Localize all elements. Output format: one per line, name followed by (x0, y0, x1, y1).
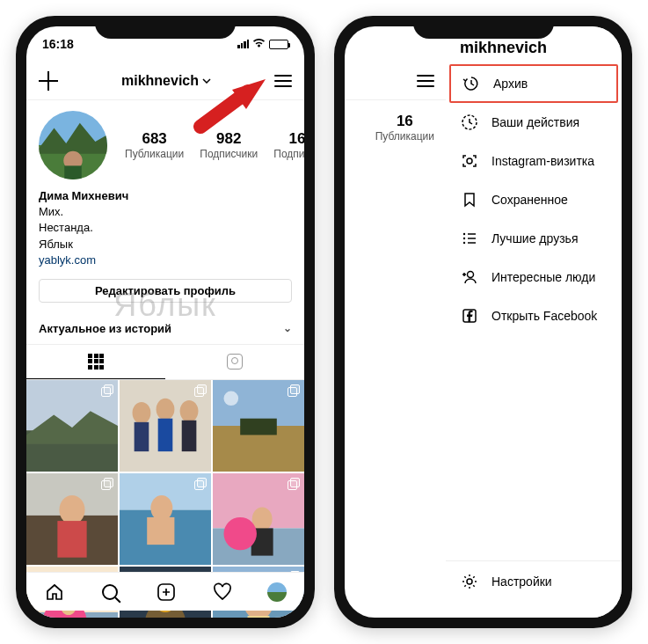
svg-point-10 (157, 399, 175, 421)
stat-followers[interactable]: 982 Подписчики (200, 130, 258, 160)
list-icon (460, 229, 479, 248)
phone-left: 16:18 mikhnevich (16, 16, 315, 628)
profile-section: 683 Публикации 982 Подписчики 16 Подписк… (26, 100, 304, 313)
grid-icon (88, 354, 104, 370)
multi-icon (194, 384, 207, 397)
nav-search-icon[interactable] (99, 582, 120, 603)
svg-rect-4 (64, 165, 82, 179)
bookmark-icon (460, 190, 479, 209)
nametag-icon (460, 151, 479, 171)
menu-item-facebook[interactable]: Открыть Facebook (446, 296, 622, 335)
wifi-icon (252, 38, 266, 51)
username-dropdown[interactable]: mikhnevich (121, 73, 211, 89)
menu-item-saved[interactable]: Сохраненное (446, 180, 622, 219)
svg-point-20 (59, 495, 84, 524)
clock: 16:18 (42, 37, 74, 51)
multi-icon (288, 384, 300, 397)
dimmed-profile: 16 Публикации (345, 62, 447, 143)
photo-cell[interactable] (26, 380, 118, 472)
profile-tabs (26, 345, 304, 380)
svg-rect-13 (182, 421, 197, 451)
nav-profile-icon[interactable] (267, 582, 287, 602)
svg-point-12 (180, 400, 199, 422)
svg-point-51 (468, 272, 474, 278)
svg-point-24 (150, 495, 172, 521)
bottom-nav (26, 572, 304, 611)
svg-point-49 (463, 238, 465, 239)
profile-header: mikhnevich (26, 62, 304, 100)
photo-cell[interactable] (213, 380, 304, 472)
svg-point-47 (467, 158, 472, 164)
photo-cell[interactable] (26, 473, 118, 565)
bio-line: Мих. (39, 204, 292, 220)
hamburger-menu-icon[interactable] (274, 75, 292, 87)
menu-item-nametag[interactable]: Instagram-визитка (446, 142, 622, 180)
multi-icon (101, 478, 113, 490)
nav-add-icon[interactable] (156, 582, 177, 603)
stat-following[interactable]: 16 Подписки (273, 130, 304, 160)
status-icons (237, 38, 288, 51)
profile-stats: 683 Публикации 982 Подписчики 16 Подписк… (125, 130, 304, 160)
profile-avatar[interactable] (39, 111, 107, 179)
signal-icon (237, 40, 249, 48)
screen: 16 Публикации mikhnevich Архив Ваши дейс… (345, 26, 622, 618)
svg-rect-44 (267, 582, 287, 592)
stat-posts[interactable]: 683 Публикации (125, 130, 184, 160)
history-icon (462, 74, 481, 93)
hamburger-menu-panel: mikhnevich Архив Ваши действия Instagram… (446, 26, 622, 618)
notch (95, 16, 236, 39)
battery-icon (269, 40, 288, 49)
add-icon[interactable] (39, 71, 58, 91)
svg-rect-9 (135, 422, 149, 451)
hamburger-menu-icon[interactable] (417, 75, 434, 87)
menu-item-discover[interactable]: Интересные люди (446, 258, 622, 296)
svg-point-53 (467, 579, 472, 584)
facebook-icon (460, 306, 479, 326)
svg-rect-45 (267, 592, 287, 602)
bio-line: Нестанда. (39, 220, 292, 236)
bio-link[interactable]: yablyk.com (39, 252, 292, 268)
add-person-icon (460, 267, 479, 287)
chevron-down-icon: ⌄ (283, 322, 292, 334)
tagged-icon (227, 354, 243, 370)
photo-cell[interactable] (120, 380, 211, 472)
svg-rect-16 (240, 419, 277, 435)
nav-heart-icon[interactable] (212, 582, 233, 603)
svg-point-17 (223, 391, 238, 406)
menu-item-activity[interactable]: Ваши действия (446, 103, 622, 142)
bio-name: Дима Михневич (39, 188, 292, 204)
activity-icon (460, 113, 479, 132)
menu-item-close-friends[interactable]: Лучшие друзья (446, 219, 622, 258)
menu-item-settings[interactable]: Настройки (446, 560, 622, 602)
edit-profile-button[interactable]: Редактировать профиль (39, 279, 292, 303)
screen: 16:18 mikhnevich (26, 26, 304, 618)
svg-point-30 (223, 517, 256, 550)
svg-point-8 (133, 402, 151, 424)
notch (413, 16, 554, 39)
bio: Дима Михневич Мих. Нестанда. Яблык yably… (39, 188, 292, 268)
multi-icon (288, 478, 300, 490)
nav-home-icon[interactable] (44, 582, 65, 603)
multi-icon (194, 478, 207, 490)
menu-item-archive[interactable]: Архив (449, 64, 618, 103)
svg-point-48 (463, 233, 465, 235)
chevron-down-icon (202, 78, 211, 84)
phone-right: 16 Публикации mikhnevich Архив Ваши дейс… (334, 16, 632, 628)
stat-posts: 16 Публикации (375, 113, 434, 143)
tab-grid[interactable] (26, 345, 165, 379)
bio-line: Яблык (39, 237, 292, 252)
svg-rect-42 (248, 616, 270, 618)
stories-highlights-toggle[interactable]: Актуальное из историй ⌄ (26, 313, 304, 345)
svg-rect-25 (147, 517, 174, 545)
svg-rect-11 (158, 419, 173, 451)
gear-icon (460, 572, 479, 591)
photo-cell[interactable] (213, 473, 304, 565)
svg-point-50 (463, 242, 465, 244)
photo-cell[interactable] (120, 473, 211, 565)
svg-rect-21 (57, 521, 86, 558)
multi-icon (101, 384, 113, 397)
tab-tagged[interactable] (165, 345, 304, 379)
